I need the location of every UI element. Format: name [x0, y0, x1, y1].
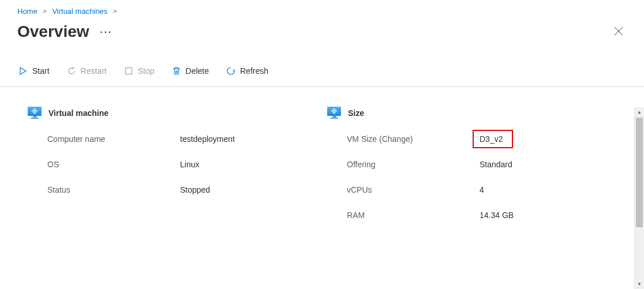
computer-name-label: Computer name	[47, 134, 180, 144]
size-section-title: Size	[348, 108, 364, 118]
trash-icon	[172, 66, 181, 76]
change-size-link[interactable]: Change	[382, 134, 410, 144]
scroll-down-icon[interactable]: ▼	[635, 279, 644, 289]
ram-row: RAM 14.34 GB	[347, 211, 627, 220]
close-button[interactable]	[611, 22, 627, 41]
delete-button-label: Delete	[186, 66, 209, 76]
scrollbar-thumb[interactable]	[636, 118, 643, 227]
play-icon	[18, 66, 28, 76]
start-button[interactable]: Start	[17, 64, 51, 78]
page-title: Overview	[17, 22, 89, 41]
vcpus-label: vCPUs	[347, 185, 480, 194]
vm-size-label: VM Size (Change)	[347, 134, 480, 144]
chevron-right-icon: >	[113, 7, 117, 14]
os-row: OS Linux	[47, 160, 327, 169]
computer-name-value: testdeployment	[180, 134, 235, 144]
vcpus-row: vCPUs 4	[347, 185, 627, 194]
status-label: Status	[47, 185, 180, 194]
vm-section-title: Virtual machine	[48, 108, 108, 118]
restart-icon	[67, 66, 76, 76]
ram-label: RAM	[347, 211, 480, 220]
vertical-scrollbar[interactable]: ▲ ▼	[634, 107, 644, 289]
more-actions-button[interactable]: ···	[100, 25, 112, 38]
vm-monitor-icon	[28, 107, 42, 119]
refresh-button-label: Refresh	[240, 66, 268, 76]
vm-monitor-icon	[327, 107, 341, 119]
status-row: Status Stopped	[47, 185, 327, 194]
scroll-up-icon[interactable]: ▲	[635, 107, 644, 117]
os-value: Linux	[180, 160, 199, 169]
stop-button-label: Stop	[138, 66, 155, 76]
refresh-icon	[226, 66, 235, 76]
refresh-button[interactable]: Refresh	[225, 64, 269, 78]
computer-name-row: Computer name testdeployment	[47, 134, 327, 144]
size-section: Size VM Size (Change) D3_v2 Offering Sta…	[327, 107, 627, 236]
restart-button: Restart	[66, 64, 108, 78]
stop-button: Stop	[123, 64, 156, 78]
close-icon	[614, 27, 623, 36]
offering-label: Offering	[347, 160, 480, 169]
vm-size-value: D3_v2	[480, 134, 503, 144]
restart-button-label: Restart	[81, 66, 107, 76]
start-button-label: Start	[32, 66, 50, 76]
breadcrumb-home[interactable]: Home	[17, 7, 38, 16]
chevron-right-icon: >	[43, 7, 46, 14]
vcpus-value: 4	[480, 185, 484, 194]
svg-rect-3	[125, 68, 132, 74]
breadcrumb-virtual-machines[interactable]: Virtual machines	[52, 7, 107, 16]
svg-marker-2	[20, 67, 26, 74]
vm-size-row: VM Size (Change) D3_v2	[347, 134, 627, 144]
toolbar: Start Restart Stop	[0, 57, 644, 87]
status-value: Stopped	[180, 185, 210, 194]
delete-button[interactable]: Delete	[171, 64, 210, 78]
offering-value: Standard	[480, 160, 512, 169]
offering-row: Offering Standard	[347, 160, 627, 169]
vm-size-highlight: D3_v2	[473, 130, 513, 148]
virtual-machine-section: Virtual machine Computer name testdeploy…	[28, 107, 327, 236]
ram-value: 14.34 GB	[480, 211, 514, 220]
os-label: OS	[47, 160, 180, 169]
stop-icon	[124, 66, 133, 76]
breadcrumb: Home > Virtual machines >	[0, 0, 644, 18]
